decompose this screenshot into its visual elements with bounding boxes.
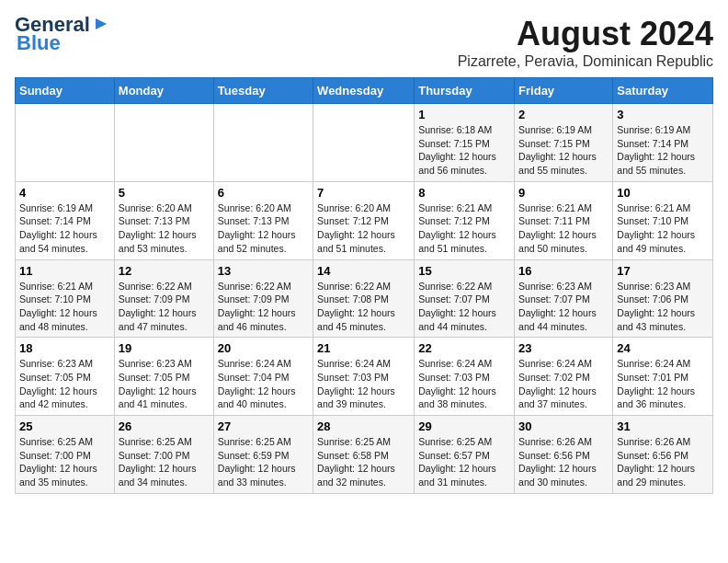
calendar-cell: 1Sunrise: 6:18 AM Sunset: 7:15 PM Daylig… — [415, 104, 515, 182]
day-number: 10 — [617, 186, 709, 200]
calendar-cell: 26Sunrise: 6:25 AM Sunset: 7:00 PM Dayli… — [114, 416, 213, 494]
day-of-week-header: Saturday — [613, 78, 713, 104]
day-info: Sunrise: 6:25 AM Sunset: 7:00 PM Dayligh… — [19, 435, 110, 489]
calendar-cell: 14Sunrise: 6:22 AM Sunset: 7:08 PM Dayli… — [313, 259, 415, 338]
day-info: Sunrise: 6:19 AM Sunset: 7:14 PM Dayligh… — [19, 201, 110, 256]
calendar-cell — [16, 104, 115, 182]
calendar-week-row: 1Sunrise: 6:18 AM Sunset: 7:15 PM Daylig… — [16, 104, 713, 182]
day-number: 11 — [19, 264, 110, 278]
day-info: Sunrise: 6:24 AM Sunset: 7:03 PM Dayligh… — [317, 357, 410, 411]
day-number: 13 — [218, 264, 309, 278]
calendar-cell: 7Sunrise: 6:20 AM Sunset: 7:12 PM Daylig… — [313, 181, 415, 259]
day-number: 12 — [119, 264, 210, 278]
day-info: Sunrise: 6:24 AM Sunset: 7:02 PM Dayligh… — [518, 357, 609, 411]
calendar-cell — [313, 104, 415, 182]
calendar-cell: 16Sunrise: 6:23 AM Sunset: 7:07 PM Dayli… — [515, 259, 613, 338]
day-info: Sunrise: 6:25 AM Sunset: 6:57 PM Dayligh… — [418, 435, 510, 489]
day-number: 31 — [617, 419, 709, 433]
day-of-week-header: Monday — [114, 78, 213, 104]
day-number: 29 — [418, 419, 510, 433]
calendar-cell: 29Sunrise: 6:25 AM Sunset: 6:57 PM Dayli… — [415, 416, 515, 494]
calendar-week-row: 25Sunrise: 6:25 AM Sunset: 7:00 PM Dayli… — [16, 416, 713, 494]
day-info: Sunrise: 6:21 AM Sunset: 7:10 PM Dayligh… — [19, 280, 110, 334]
day-number: 9 — [518, 186, 609, 200]
day-info: Sunrise: 6:22 AM Sunset: 7:07 PM Dayligh… — [418, 280, 510, 334]
day-info: Sunrise: 6:23 AM Sunset: 7:06 PM Dayligh… — [617, 280, 709, 334]
logo-arrow-icon — [92, 15, 110, 33]
day-number: 16 — [518, 264, 609, 278]
calendar-cell — [213, 104, 313, 182]
day-info: Sunrise: 6:22 AM Sunset: 7:09 PM Dayligh… — [218, 280, 309, 334]
day-info: Sunrise: 6:24 AM Sunset: 7:04 PM Dayligh… — [218, 357, 309, 411]
calendar-cell: 5Sunrise: 6:20 AM Sunset: 7:13 PM Daylig… — [114, 181, 213, 259]
logo-blue-text: Blue — [17, 33, 61, 53]
calendar-cell: 8Sunrise: 6:21 AM Sunset: 7:12 PM Daylig… — [415, 181, 515, 259]
calendar-cell: 6Sunrise: 6:20 AM Sunset: 7:13 PM Daylig… — [213, 181, 313, 259]
calendar-cell: 18Sunrise: 6:23 AM Sunset: 7:05 PM Dayli… — [16, 338, 115, 416]
day-number: 18 — [19, 341, 110, 355]
day-info: Sunrise: 6:22 AM Sunset: 7:09 PM Dayligh… — [119, 280, 210, 334]
calendar-cell: 21Sunrise: 6:24 AM Sunset: 7:03 PM Dayli… — [313, 338, 415, 416]
day-number: 27 — [218, 419, 309, 433]
day-number: 23 — [518, 341, 609, 355]
day-number: 3 — [617, 108, 709, 121]
day-info: Sunrise: 6:26 AM Sunset: 6:56 PM Dayligh… — [617, 435, 709, 489]
calendar-cell: 20Sunrise: 6:24 AM Sunset: 7:04 PM Dayli… — [213, 338, 313, 416]
day-info: Sunrise: 6:22 AM Sunset: 7:08 PM Dayligh… — [317, 280, 410, 334]
calendar-week-row: 4Sunrise: 6:19 AM Sunset: 7:14 PM Daylig… — [16, 181, 713, 259]
day-info: Sunrise: 6:19 AM Sunset: 7:14 PM Dayligh… — [617, 123, 709, 178]
day-info: Sunrise: 6:23 AM Sunset: 7:07 PM Dayligh… — [518, 280, 609, 334]
day-number: 20 — [218, 341, 309, 355]
day-info: Sunrise: 6:25 AM Sunset: 6:58 PM Dayligh… — [317, 435, 410, 489]
day-info: Sunrise: 6:25 AM Sunset: 6:59 PM Dayligh… — [218, 435, 309, 489]
day-number: 17 — [617, 264, 709, 278]
page-title: August 2024 — [458, 15, 713, 53]
calendar-cell: 24Sunrise: 6:24 AM Sunset: 7:01 PM Dayli… — [613, 338, 713, 416]
day-info: Sunrise: 6:23 AM Sunset: 7:05 PM Dayligh… — [19, 357, 110, 411]
calendar-cell: 2Sunrise: 6:19 AM Sunset: 7:15 PM Daylig… — [515, 104, 613, 182]
day-info: Sunrise: 6:20 AM Sunset: 7:13 PM Dayligh… — [119, 201, 210, 256]
day-number: 5 — [119, 186, 210, 200]
day-number: 8 — [418, 186, 510, 200]
day-info: Sunrise: 6:21 AM Sunset: 7:10 PM Dayligh… — [617, 201, 709, 256]
logo: General Blue — [15, 15, 110, 53]
calendar-cell: 17Sunrise: 6:23 AM Sunset: 7:06 PM Dayli… — [613, 259, 713, 338]
day-number: 22 — [418, 341, 510, 355]
day-info: Sunrise: 6:20 AM Sunset: 7:12 PM Dayligh… — [317, 201, 410, 256]
calendar-cell — [114, 104, 213, 182]
day-info: Sunrise: 6:18 AM Sunset: 7:15 PM Dayligh… — [418, 123, 510, 178]
day-number: 28 — [317, 419, 410, 433]
day-number: 6 — [218, 186, 309, 200]
calendar-week-row: 11Sunrise: 6:21 AM Sunset: 7:10 PM Dayli… — [16, 259, 713, 338]
calendar-cell: 22Sunrise: 6:24 AM Sunset: 7:03 PM Dayli… — [415, 338, 515, 416]
calendar-cell: 12Sunrise: 6:22 AM Sunset: 7:09 PM Dayli… — [114, 259, 213, 338]
day-info: Sunrise: 6:21 AM Sunset: 7:11 PM Dayligh… — [518, 201, 609, 256]
header: General Blue August 2024 Pizarrete, Pera… — [15, 15, 713, 70]
calendar-cell: 15Sunrise: 6:22 AM Sunset: 7:07 PM Dayli… — [415, 259, 515, 338]
calendar-cell: 10Sunrise: 6:21 AM Sunset: 7:10 PM Dayli… — [613, 181, 713, 259]
day-info: Sunrise: 6:20 AM Sunset: 7:13 PM Dayligh… — [218, 201, 309, 256]
day-number: 4 — [19, 186, 110, 200]
day-info: Sunrise: 6:19 AM Sunset: 7:15 PM Dayligh… — [518, 123, 609, 178]
day-of-week-header: Friday — [515, 78, 613, 104]
day-of-week-header: Tuesday — [213, 78, 313, 104]
day-number: 7 — [317, 186, 410, 200]
day-number: 19 — [119, 341, 210, 355]
calendar-cell: 13Sunrise: 6:22 AM Sunset: 7:09 PM Dayli… — [213, 259, 313, 338]
day-number: 14 — [317, 264, 410, 278]
svg-marker-0 — [96, 18, 107, 29]
calendar-cell: 28Sunrise: 6:25 AM Sunset: 6:58 PM Dayli… — [313, 416, 415, 494]
day-number: 1 — [418, 108, 510, 121]
calendar-cell: 11Sunrise: 6:21 AM Sunset: 7:10 PM Dayli… — [16, 259, 115, 338]
day-info: Sunrise: 6:26 AM Sunset: 6:56 PM Dayligh… — [518, 435, 609, 489]
day-number: 24 — [617, 341, 709, 355]
calendar-cell: 27Sunrise: 6:25 AM Sunset: 6:59 PM Dayli… — [213, 416, 313, 494]
calendar-cell: 3Sunrise: 6:19 AM Sunset: 7:14 PM Daylig… — [613, 104, 713, 182]
page-subtitle: Pizarrete, Peravia, Dominican Republic — [458, 53, 713, 70]
day-number: 30 — [518, 419, 609, 433]
calendar-body: 1Sunrise: 6:18 AM Sunset: 7:15 PM Daylig… — [16, 104, 713, 494]
calendar-cell: 9Sunrise: 6:21 AM Sunset: 7:11 PM Daylig… — [515, 181, 613, 259]
calendar-cell: 4Sunrise: 6:19 AM Sunset: 7:14 PM Daylig… — [16, 181, 115, 259]
calendar-header-row: SundayMondayTuesdayWednesdayThursdayFrid… — [16, 78, 713, 104]
day-info: Sunrise: 6:24 AM Sunset: 7:01 PM Dayligh… — [617, 357, 709, 411]
